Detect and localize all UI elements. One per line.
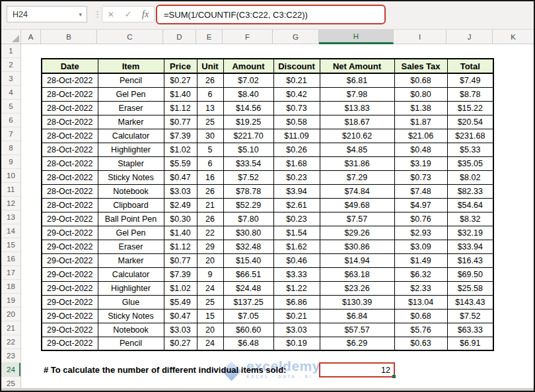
table-cell-total[interactable]: $33.94 (447, 240, 493, 253)
resize-handle-icon[interactable]: ⋮ (93, 10, 102, 18)
table-cell-discount[interactable]: $1.68 (273, 156, 320, 170)
table-cell-unit[interactable]: 25 (197, 295, 223, 309)
table-cell-discount[interactable]: $0.58 (273, 115, 320, 129)
table-cell-total[interactable]: $8.02 (447, 170, 493, 184)
table-cell-discount[interactable]: $0.42 (273, 87, 320, 101)
table-cell-total[interactable]: $63.33 (447, 323, 493, 337)
table-cell-net-amount[interactable]: $6.29 (320, 337, 394, 350)
table-cell-total[interactable]: $7.52 (447, 309, 493, 323)
table-cell-discount[interactable]: $0.21 (273, 73, 320, 87)
table-cell-item[interactable]: Pencil (98, 337, 164, 350)
table-cell-price[interactable]: $1.40 (164, 87, 197, 101)
table-cell-discount[interactable]: $0.26 (273, 143, 320, 156)
table-cell-amount[interactable]: $7.80 (223, 212, 273, 226)
table-cell-unit[interactable]: 30 (197, 129, 223, 143)
table-cell-unit[interactable]: 21 (197, 198, 223, 212)
table-cell-total[interactable]: $15.22 (447, 101, 493, 115)
table-cell-sales-tax[interactable]: $2.93 (394, 226, 447, 240)
table-cell-net-amount[interactable]: $14.94 (320, 253, 394, 267)
row-header-cell[interactable]: 7 (1, 127, 20, 141)
table-cell-amount[interactable]: $5.10 (223, 143, 273, 156)
table-cell-sales-tax[interactable]: $4.97 (394, 198, 447, 212)
table-cell-net-amount[interactable]: $7.98 (320, 87, 394, 101)
table-cell-unit[interactable]: 15 (197, 309, 223, 323)
table-cell-total[interactable]: $16.43 (447, 253, 493, 267)
table-cell-discount[interactable]: $0.23 (273, 170, 320, 184)
fill-handle[interactable] (392, 375, 396, 378)
table-cell-sales-tax[interactable]: $0.63 (394, 337, 447, 350)
table-cell-total[interactable]: $5.33 (447, 143, 493, 156)
table-cell-net-amount[interactable]: $31.86 (320, 156, 394, 170)
table-cell-net-amount[interactable]: $30.86 (320, 240, 394, 253)
table-cell-amount[interactable]: $66.51 (223, 267, 273, 281)
table-cell-discount[interactable]: $2.61 (273, 198, 320, 212)
table-cell-net-amount[interactable]: $7.57 (320, 212, 394, 226)
table-cell-price[interactable]: $1.12 (164, 240, 197, 253)
table-cell-net-amount[interactable]: $130.39 (320, 295, 394, 309)
enter-icon[interactable]: ✓ (125, 9, 132, 19)
table-cell-date[interactable]: 29-Oct-2022 (42, 337, 98, 350)
row-header-cell[interactable]: 14 (1, 224, 20, 238)
table-cell-price[interactable]: $3.03 (164, 184, 197, 198)
table-cell-price[interactable]: $1.12 (164, 101, 197, 115)
table-cell-item[interactable]: Notebook (98, 184, 164, 198)
table-cell-date[interactable]: 29-Oct-2022 (42, 267, 98, 281)
table-cell-item[interactable]: Stapler (98, 156, 164, 170)
row-header-cell[interactable]: 20 (1, 308, 20, 321)
table-cell-sales-tax[interactable]: $0.68 (394, 73, 447, 87)
table-cell-date[interactable]: 29-Oct-2022 (42, 212, 98, 226)
table-cell-date[interactable]: 29-Oct-2022 (42, 309, 98, 323)
table-cell-unit[interactable]: 16 (197, 170, 223, 184)
table-cell-discount[interactable]: $11.09 (273, 129, 320, 143)
table-cell-unit[interactable]: 20 (197, 323, 223, 337)
row-header-cell[interactable]: 9 (1, 155, 20, 169)
row-header-cell[interactable]: 4 (1, 86, 20, 100)
table-cell-sales-tax[interactable]: $0.76 (394, 212, 447, 226)
table-cell-total[interactable]: $6.91 (447, 337, 493, 350)
table-cell-item[interactable]: Sticky Notes (98, 170, 164, 184)
table-cell-net-amount[interactable]: $18.67 (320, 115, 394, 129)
row-header-cell[interactable]: 10 (1, 169, 20, 183)
table-cell-unit[interactable]: 29 (197, 240, 223, 253)
table-cell-sales-tax[interactable]: $5.76 (394, 323, 447, 337)
column-header-cell[interactable]: A (21, 30, 41, 44)
row-header-cell[interactable]: 15 (1, 238, 20, 252)
cancel-icon[interactable]: ✕ (108, 10, 114, 19)
row-header-cell[interactable]: 22 (1, 335, 20, 349)
table-cell-net-amount[interactable]: $29.26 (320, 226, 394, 240)
table-cell-price[interactable]: $5.49 (164, 295, 197, 309)
table-cell-date[interactable]: 28-Oct-2022 (42, 129, 98, 143)
row-header-cell[interactable]: 5 (1, 100, 20, 114)
table-cell-date[interactable]: 28-Oct-2022 (42, 73, 98, 87)
table-cell-price[interactable]: $0.30 (164, 212, 197, 226)
table-cell-item[interactable]: Ball Point Pen (98, 212, 164, 226)
table-cell-discount[interactable]: $3.33 (273, 267, 320, 281)
active-cell-result[interactable]: 12 (319, 362, 395, 377)
insert-function-icon[interactable]: fx (142, 9, 149, 20)
table-cell-amount[interactable]: $7.02 (223, 73, 273, 87)
table-header-cell[interactable]: Price (164, 59, 197, 73)
table-cell-date[interactable]: 28-Oct-2022 (42, 101, 98, 115)
formula-input[interactable]: =SUM(1/COUNTIF(C3:C22, C3:C22)) (156, 5, 386, 24)
column-header-cell[interactable]: C (97, 30, 163, 44)
table-header-cell[interactable]: Item (98, 59, 164, 73)
table-cell-date[interactable]: 28-Oct-2022 (42, 87, 98, 101)
table-cell-date[interactable]: 28-Oct-2022 (42, 143, 98, 156)
table-cell-price[interactable]: $1.02 (164, 281, 197, 295)
table-cell-total[interactable]: $35.05 (447, 156, 493, 170)
table-cell-item[interactable]: Pencil (98, 73, 164, 87)
table-cell-sales-tax[interactable]: $1.38 (394, 101, 447, 115)
table-cell-price[interactable]: $7.39 (164, 129, 197, 143)
table-cell-item[interactable]: Highlighter (98, 281, 164, 295)
table-cell-amount[interactable]: $7.05 (223, 309, 273, 323)
table-cell-item[interactable]: Calculator (98, 129, 164, 143)
table-cell-amount[interactable]: $221.70 (223, 129, 273, 143)
table-cell-item[interactable]: Eraser (98, 101, 164, 115)
table-cell-price[interactable]: $1.02 (164, 143, 197, 156)
table-cell-discount[interactable]: $0.23 (273, 212, 320, 226)
table-cell-total[interactable]: $231.68 (447, 129, 493, 143)
table-cell-unit[interactable]: 9 (197, 267, 223, 281)
table-cell-item[interactable]: Notebook (98, 323, 164, 337)
table-cell-date[interactable]: 29-Oct-2022 (42, 323, 98, 337)
table-cell-net-amount[interactable]: $6.81 (320, 73, 394, 87)
